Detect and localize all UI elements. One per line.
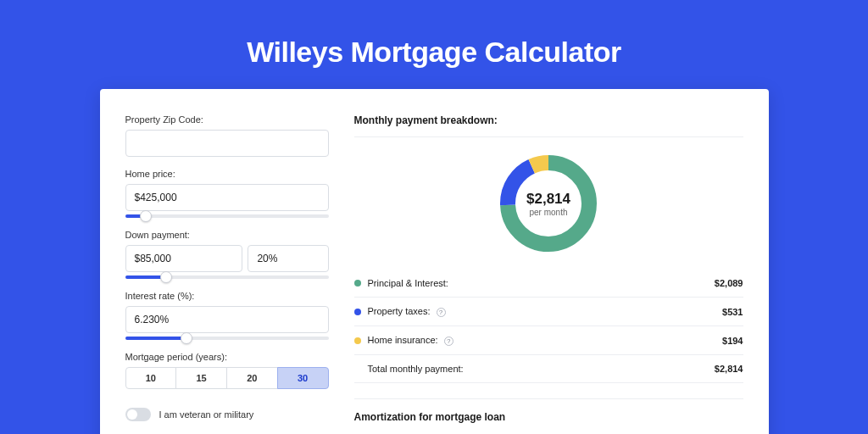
zip-field: Property Zip Code: bbox=[125, 114, 329, 157]
toggle-knob bbox=[127, 409, 137, 420]
total-value: $2,814 bbox=[715, 364, 743, 374]
zip-label: Property Zip Code: bbox=[125, 114, 329, 125]
period-option-30[interactable]: 30 bbox=[277, 367, 329, 389]
interest-rate-label: Interest rate (%): bbox=[125, 291, 329, 301]
inputs-panel: Property Zip Code: Home price: Down paym… bbox=[125, 114, 329, 434]
donut-sub: per month bbox=[529, 208, 567, 217]
down-payment-percent-input[interactable] bbox=[248, 245, 328, 272]
row-label: Principal & Interest: bbox=[368, 278, 715, 288]
interest-rate-field: Interest rate (%): bbox=[125, 291, 329, 340]
info-icon[interactable]: ? bbox=[437, 308, 446, 317]
info-icon[interactable]: ? bbox=[444, 337, 453, 346]
home-price-input[interactable] bbox=[125, 184, 329, 211]
donut-amount: $2,814 bbox=[526, 191, 570, 208]
interest-rate-slider[interactable] bbox=[125, 337, 329, 340]
breakdown-panel: Monthly payment breakdown: $2,814 per mo… bbox=[354, 114, 743, 434]
row-total: Total monthly payment: $2,814 bbox=[354, 355, 743, 383]
down-payment-field: Down payment: bbox=[125, 230, 329, 279]
row-value: $531 bbox=[722, 307, 743, 317]
donut-chart: $2,814 per month bbox=[496, 151, 601, 256]
down-payment-slider[interactable] bbox=[125, 275, 329, 279]
home-price-label: Home price: bbox=[125, 169, 329, 179]
row-principal-interest: Principal & Interest: $2,089 bbox=[354, 270, 743, 298]
amortization-section: Amortization for mortgage loan Amortizat… bbox=[354, 398, 743, 434]
legend-dot-green bbox=[354, 280, 361, 287]
veteran-label: I am veteran or military bbox=[159, 409, 254, 420]
total-label: Total monthly payment: bbox=[368, 364, 715, 374]
period-option-15[interactable]: 15 bbox=[175, 367, 227, 389]
mortgage-period-options: 10 15 20 30 bbox=[125, 367, 329, 389]
zip-input[interactable] bbox=[125, 130, 329, 157]
slider-fill bbox=[125, 337, 186, 340]
down-payment-input[interactable] bbox=[125, 245, 243, 272]
calculator-card: Property Zip Code: Home price: Down paym… bbox=[100, 89, 769, 434]
interest-rate-input[interactable] bbox=[125, 306, 329, 333]
down-payment-label: Down payment: bbox=[125, 230, 329, 240]
slider-thumb[interactable] bbox=[140, 210, 152, 222]
page-title: Willeys Mortgage Calculator bbox=[0, 0, 868, 89]
mortgage-period-field: Mortgage period (years): 10 15 20 30 bbox=[125, 352, 329, 389]
donut-chart-wrap: $2,814 per month bbox=[354, 137, 743, 270]
row-label: Property taxes: ? bbox=[368, 306, 723, 317]
veteran-row: I am veteran or military bbox=[125, 408, 329, 421]
slider-thumb[interactable] bbox=[181, 332, 192, 344]
amort-title: Amortization for mortgage loan bbox=[354, 411, 743, 423]
breakdown-title: Monthly payment breakdown: bbox=[354, 114, 743, 137]
row-label: Home insurance: ? bbox=[368, 335, 723, 346]
row-value: $2,089 bbox=[715, 278, 743, 288]
slider-thumb[interactable] bbox=[160, 271, 172, 283]
period-option-20[interactable]: 20 bbox=[226, 367, 278, 389]
row-label-text: Home insurance: bbox=[368, 335, 438, 345]
row-label-text: Property taxes: bbox=[368, 306, 431, 316]
legend-dot-blue bbox=[354, 309, 361, 315]
home-price-field: Home price: bbox=[125, 169, 329, 218]
row-value: $194 bbox=[722, 336, 743, 346]
period-option-10[interactable]: 10 bbox=[125, 367, 177, 389]
veteran-toggle[interactable] bbox=[125, 408, 151, 421]
mortgage-period-label: Mortgage period (years): bbox=[125, 352, 329, 362]
donut-center: $2,814 per month bbox=[496, 151, 601, 256]
row-property-taxes: Property taxes: ? $531 bbox=[354, 298, 743, 326]
home-price-slider[interactable] bbox=[125, 214, 329, 218]
row-home-insurance: Home insurance: ? $194 bbox=[354, 326, 743, 355]
legend-dot-yellow bbox=[354, 337, 361, 344]
